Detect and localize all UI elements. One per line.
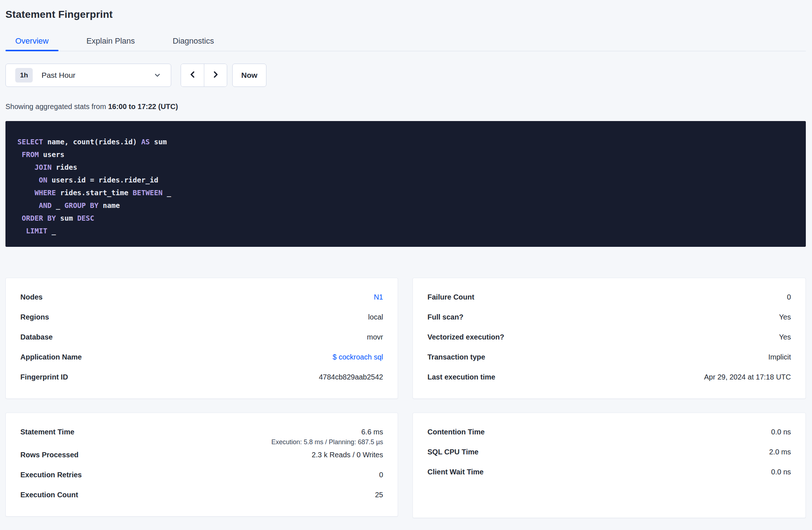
tab-overview[interactable]: Overview [5,36,59,51]
sql-text [17,201,39,210]
now-button[interactable]: Now [232,64,266,87]
sql-keyword: GROUP BY [64,201,99,210]
sql-text: users.id = rides.rider_id [47,176,158,184]
sql-statement: SELECT name, count(rides.id) AS sum FROM… [5,121,806,247]
aggregated-stats-line: Showing aggregated stats from 16:00 to 1… [5,103,806,111]
row-value: 6.6 ms [271,428,383,436]
row-value: 25 [375,491,383,499]
sql-keyword: LIMIT [26,227,47,235]
sql-line: ON users.id = rides.rider_id [17,174,794,186]
card-row: SQL CPU Time2.0 ms [427,443,791,463]
sql-keyword: ON [39,176,47,184]
row-label: Rows Processed [20,451,79,459]
card-row: Application Name$ cockroach sql [20,348,383,368]
sql-text [17,150,22,159]
sql-text: name [99,201,120,210]
row-value: local [368,313,383,321]
stats-line-range: 16:00 to 17:22 (UTC) [108,103,178,111]
row-label: Statement Time [20,428,75,436]
row-label: Contention Time [427,428,485,436]
sql-text: sum [150,138,167,146]
sql-text [17,214,22,222]
row-value-link[interactable]: N1 [374,293,383,301]
page-title: Statement Fingerprint [5,9,806,20]
card-row: NodesN1 [20,288,383,308]
sql-text: rides.start_time [56,189,133,197]
sql-line: WHERE rides.start_time BETWEEN _ [17,186,794,199]
row-label: Last execution time [427,373,495,381]
row-label: Regions [20,313,49,321]
sql-text: users [39,150,64,159]
row-label: Full scan? [427,313,463,321]
row-value: 4784cb829aab2542 [319,373,383,381]
tab-diagnostics[interactable]: Diagnostics [163,36,224,51]
row-value-link[interactable]: $ cockroach sql [333,353,383,361]
sql-text [17,227,26,235]
card-row: Execution Retries0 [20,466,383,486]
tab-explain-plans[interactable]: Explain Plans [77,36,145,51]
sql-keyword: AND [39,201,52,210]
sql-text: _ [47,227,56,235]
sql-text: _ [52,201,64,210]
time-picker-row: 1h Past Hour [5,64,806,87]
row-value: 2.3 k Reads / 0 Writes [312,451,383,459]
time-range-dropdown[interactable]: 1h Past Hour [5,64,171,87]
row-value: 0.0 ns [771,428,791,436]
row-value: movr [367,333,383,341]
sql-keyword: DESC [77,214,94,222]
previous-time-button[interactable] [181,64,204,87]
row-label: Client Wait Time [427,468,483,476]
sql-line: SELECT name, count(rides.id) AS sum [17,136,794,148]
card-row: Rows Processed2.3 k Reads / 0 Writes [20,446,383,466]
row-label: Execution Retries [20,471,82,479]
row-value: Apr 29, 2024 at 17:18 UTC [704,373,791,381]
stats-line-prefix: Showing aggregated stats from [5,103,108,111]
card-row: Client Wait Time0.0 ns [427,463,791,483]
card-statement-times: Statement Time6.6 msExecution: 5.8 ms / … [5,413,398,517]
card-row: Vectorized execution?Yes [427,328,791,348]
sql-text: rides [52,163,77,172]
card-row: Execution Count25 [20,486,383,506]
chevron-down-icon [153,71,161,79]
card-row: Fingerprint ID4784cb829aab2542 [20,368,383,388]
row-label: Failure Count [427,293,474,301]
sql-line: FROM users [17,148,794,161]
sql-keyword: BETWEEN [133,189,162,197]
sql-keyword: AS [141,138,149,146]
card-row: Transaction typeImplicit [427,348,791,368]
chevron-left-icon [188,70,197,80]
card-row: Full scan?Yes [427,308,791,328]
time-range-label: Past Hour [41,71,75,80]
row-label: SQL CPU Time [427,448,478,456]
time-range-badge: 1h [15,68,33,83]
card-row: Databasemovr [20,328,383,348]
row-label: Application Name [20,353,82,361]
sql-line: JOIN rides [17,161,794,174]
row-value: 0 [379,471,383,479]
statement-fingerprint-page: Statement Fingerprint OverviewExplain Pl… [0,9,812,518]
sql-text [17,176,39,184]
sql-keyword: WHERE [35,189,56,197]
tabs: OverviewExplain PlansDiagnostics [5,36,806,51]
row-label: Nodes [20,293,43,301]
row-value: Yes [779,313,791,321]
card-row: Statement Time6.6 msExecution: 5.8 ms / … [20,423,383,446]
card-row: Last execution timeApr 29, 2024 at 17:18… [427,368,791,388]
card-execution-attributes: Failure Count0Full scan?YesVectorized ex… [413,278,806,399]
time-shift-buttons [181,64,227,87]
sql-text: sum [56,214,77,222]
next-time-button[interactable] [204,64,227,87]
card-overview-meta: NodesN1RegionslocalDatabasemovrApplicati… [5,278,398,399]
sql-line: ORDER BY sum DESC [17,212,794,225]
row-label: Transaction type [427,353,485,361]
row-subvalue: Execution: 5.8 ms / Planning: 687.5 µs [271,438,383,446]
sql-text: name, count(rides.id) [43,138,141,146]
sql-line: AND _ GROUP BY name [17,199,794,212]
row-value: 0.0 ns [771,468,791,476]
sql-text [17,163,35,172]
card-row: Contention Time0.0 ns [427,423,791,443]
row-label: Fingerprint ID [20,373,68,381]
row-value: 0 [787,293,791,301]
sql-text [17,189,35,197]
sql-keyword: FROM [22,150,39,159]
